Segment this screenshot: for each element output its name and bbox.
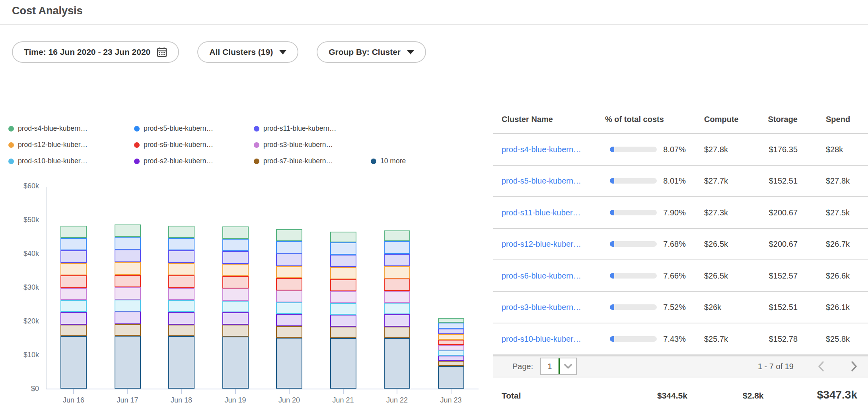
bar-segment[interactable] bbox=[330, 279, 356, 292]
bar-segment[interactable] bbox=[438, 318, 464, 323]
legend-item[interactable]: prod-s4-blue-kubern… bbox=[8, 124, 134, 133]
bar-segment[interactable] bbox=[168, 238, 195, 250]
bar-segment[interactable] bbox=[60, 238, 87, 250]
bar-segment[interactable] bbox=[60, 325, 87, 337]
bar-segment[interactable] bbox=[222, 226, 249, 239]
cluster-name-link[interactable]: prod-s12-blue-kuber… bbox=[502, 240, 601, 249]
bar-segment[interactable] bbox=[438, 356, 464, 361]
bar-segment[interactable] bbox=[222, 264, 249, 276]
bar-segment[interactable] bbox=[330, 338, 356, 389]
bar-segment[interactable] bbox=[115, 324, 141, 336]
bar-segment[interactable] bbox=[384, 230, 410, 241]
bar-segment[interactable] bbox=[438, 350, 464, 356]
legend-item[interactable]: prod-s11-blue-kubern… bbox=[254, 124, 371, 133]
bar-segment[interactable] bbox=[115, 312, 141, 324]
bar-segment[interactable] bbox=[222, 276, 249, 288]
bar-segment[interactable] bbox=[60, 336, 87, 389]
bar-segment[interactable] bbox=[384, 279, 410, 291]
bar-segment[interactable] bbox=[60, 250, 87, 263]
bar-segment[interactable] bbox=[384, 327, 410, 338]
bar-segment[interactable] bbox=[168, 312, 195, 324]
stacked-bar-jun-16[interactable] bbox=[60, 226, 87, 389]
bar-segment[interactable] bbox=[222, 288, 249, 301]
bar-segment[interactable] bbox=[276, 338, 302, 389]
cluster-name-link[interactable]: prod-s4-blue-kubern… bbox=[502, 145, 601, 154]
time-range-filter[interactable]: Time: 16 Jun 2020 - 23 Jun 2020 bbox=[12, 41, 179, 63]
legend-item[interactable]: prod-s12-blue-kuber… bbox=[8, 141, 134, 149]
bar-segment[interactable] bbox=[115, 237, 141, 249]
bar-segment[interactable] bbox=[168, 336, 195, 389]
bar-segment[interactable] bbox=[438, 329, 464, 334]
legend-item[interactable]: prod-s6-blue-kubern… bbox=[134, 141, 254, 149]
bar-segment[interactable] bbox=[222, 239, 249, 251]
stacked-bar-jun-19[interactable] bbox=[222, 226, 249, 389]
bar-segment[interactable] bbox=[60, 263, 87, 275]
bar-segment[interactable] bbox=[384, 241, 410, 254]
cluster-name-link[interactable]: prod-s10-blue-kuber… bbox=[502, 334, 601, 343]
bar-segment[interactable] bbox=[330, 267, 356, 279]
bar-segment[interactable] bbox=[115, 224, 141, 237]
bar-segment[interactable] bbox=[276, 254, 302, 266]
bar-segment[interactable] bbox=[276, 266, 302, 279]
bar-segment[interactable] bbox=[330, 255, 356, 267]
bar-segment[interactable] bbox=[222, 312, 249, 325]
bar-segment[interactable] bbox=[168, 288, 195, 300]
bar-segment[interactable] bbox=[384, 266, 410, 279]
bar-segment[interactable] bbox=[330, 242, 356, 255]
bar-segment[interactable] bbox=[438, 334, 464, 340]
bar-segment[interactable] bbox=[115, 275, 141, 287]
cluster-name-link[interactable]: prod-s3-blue-kubern… bbox=[502, 303, 601, 312]
bar-segment[interactable] bbox=[438, 366, 464, 389]
bar-segment[interactable] bbox=[222, 325, 249, 337]
group-by-dropdown[interactable]: Group By: Cluster bbox=[317, 41, 426, 63]
bar-segment[interactable] bbox=[330, 232, 356, 242]
stacked-bar-jun-22[interactable] bbox=[384, 230, 410, 389]
bar-segment[interactable] bbox=[276, 278, 302, 290]
bar-segment[interactable] bbox=[438, 323, 464, 328]
stacked-bar-jun-20[interactable] bbox=[276, 229, 302, 389]
legend-item[interactable]: prod-s2-blue-kubern… bbox=[134, 157, 254, 165]
legend-item[interactable]: 10 more bbox=[371, 157, 406, 165]
bar-segment[interactable] bbox=[276, 241, 302, 254]
bar-segment[interactable] bbox=[384, 338, 410, 389]
bar-segment[interactable] bbox=[276, 290, 302, 303]
clusters-filter-dropdown[interactable]: All Clusters (19) bbox=[197, 41, 298, 63]
bar-segment[interactable] bbox=[60, 226, 87, 238]
bar-segment[interactable] bbox=[330, 291, 356, 303]
bar-segment[interactable] bbox=[222, 251, 249, 263]
bar-segment[interactable] bbox=[384, 314, 410, 327]
bar-segment[interactable] bbox=[168, 300, 195, 312]
bar-segment[interactable] bbox=[115, 287, 141, 300]
bar-segment[interactable] bbox=[276, 314, 302, 326]
bar-segment[interactable] bbox=[384, 303, 410, 314]
bar-segment[interactable] bbox=[60, 312, 87, 324]
bar-segment[interactable] bbox=[438, 340, 464, 345]
bar-segment[interactable] bbox=[438, 345, 464, 350]
bar-segment[interactable] bbox=[330, 303, 356, 315]
bar-segment[interactable] bbox=[384, 254, 410, 266]
legend-item[interactable]: prod-s10-blue-kuber… bbox=[8, 157, 134, 165]
cluster-name-link[interactable]: prod-s6-blue-kubern… bbox=[502, 271, 601, 280]
stacked-bar-jun-17[interactable] bbox=[115, 224, 141, 389]
bar-segment[interactable] bbox=[330, 327, 356, 338]
bar-segment[interactable] bbox=[60, 275, 87, 288]
stacked-bar-jun-21[interactable] bbox=[330, 232, 356, 389]
bar-segment[interactable] bbox=[60, 288, 87, 300]
legend-item[interactable]: prod-s3-blue-kubern… bbox=[254, 141, 371, 149]
bar-segment[interactable] bbox=[438, 361, 464, 366]
bar-segment[interactable] bbox=[222, 337, 249, 389]
bar-segment[interactable] bbox=[115, 300, 141, 312]
bar-segment[interactable] bbox=[168, 250, 195, 263]
stacked-bar-jun-18[interactable] bbox=[168, 226, 195, 389]
chevron-left-icon[interactable] bbox=[818, 361, 824, 372]
bar-segment[interactable] bbox=[115, 262, 141, 275]
stacked-bar-jun-23[interactable] bbox=[438, 318, 464, 389]
bar-segment[interactable] bbox=[276, 302, 302, 314]
legend-item[interactable]: prod-s5-blue-kubern… bbox=[134, 124, 254, 133]
legend-item[interactable]: prod-s7-blue-kubern… bbox=[254, 157, 371, 165]
bar-segment[interactable] bbox=[115, 336, 141, 389]
page-select[interactable]: 1 bbox=[540, 358, 577, 375]
bar-segment[interactable] bbox=[168, 325, 195, 337]
bar-segment[interactable] bbox=[276, 229, 302, 241]
bar-segment[interactable] bbox=[276, 326, 302, 338]
